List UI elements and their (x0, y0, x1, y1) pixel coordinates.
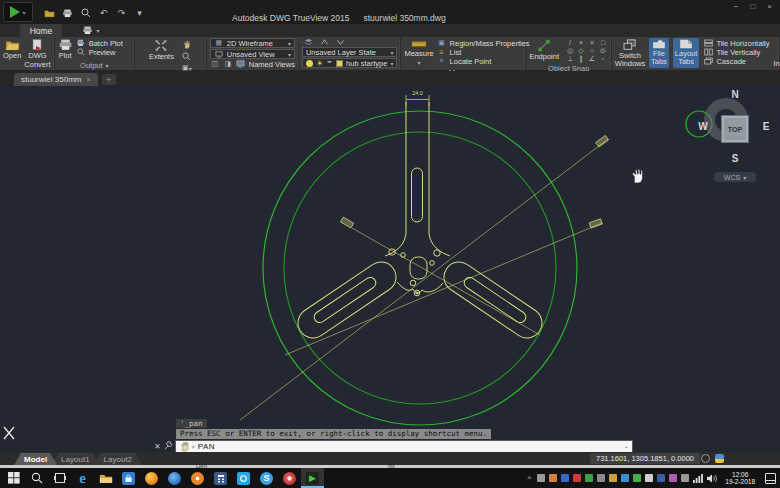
layer-state-dropdown[interactable]: Unsaved Layer State ▾ (302, 47, 397, 57)
tray-icon[interactable] (597, 474, 605, 482)
command-close-icon[interactable]: ✕ (154, 442, 161, 451)
cascade-button[interactable]: Cascade (703, 57, 769, 65)
tray-icon[interactable] (645, 474, 653, 482)
tab-layout2[interactable]: Layout2 (94, 453, 142, 465)
snap-mode-icon[interactable]: × (576, 39, 586, 47)
measure-button[interactable]: Measure ▾ (404, 38, 433, 67)
command-customize-icon[interactable] (164, 441, 173, 452)
qat-undo-icon[interactable]: ↶ (98, 8, 109, 19)
endpoint-button[interactable]: Endpoint (529, 38, 559, 61)
snap-mode-icon[interactable]: ⊙ (598, 47, 608, 55)
named-views-button[interactable]: ◫ ◨ Named Views (210, 60, 295, 68)
extents-button[interactable]: Extents (149, 38, 174, 61)
snap-mode-icon[interactable]: ◎ (565, 47, 575, 55)
current-layer-dropdown[interactable]: ☀ hub startype ▾ (302, 58, 397, 68)
wcs-dropdown[interactable]: WCS ▾ (714, 172, 756, 182)
task-view-button[interactable] (48, 468, 71, 488)
qat-plot-icon[interactable] (62, 8, 73, 19)
zoom-icon[interactable] (182, 51, 192, 61)
view-state-dropdown[interactable]: Unsaved View ▾ (210, 49, 295, 59)
taskbar-clock[interactable]: 12:06 19-2-2018 (721, 471, 759, 485)
list-button[interactable]: ≡ List (437, 48, 530, 56)
layer-state-save-icon[interactable] (304, 37, 314, 47)
file-tab-close-icon[interactable]: × (86, 76, 90, 83)
maximize-button[interactable]: □ (750, 2, 755, 11)
action-center-icon[interactable] (765, 473, 776, 484)
tray-icon[interactable] (585, 474, 593, 482)
snap-mode-icon[interactable]: ∥ (576, 55, 586, 63)
tray-icon[interactable] (669, 474, 677, 482)
taskbar-firefox-button[interactable] (140, 468, 163, 488)
viewcube-top-face[interactable]: TOP (721, 115, 749, 143)
command-collapse[interactable]: - (625, 442, 628, 451)
snap-mode-icon[interactable]: × (587, 39, 597, 47)
tab-model[interactable]: Model (14, 453, 57, 465)
output-dialog-launcher-icon[interactable]: ▾ (106, 62, 109, 69)
snap-mode-icon[interactable]: ◇ (576, 47, 586, 55)
tray-icon[interactable] (609, 474, 617, 482)
layer-down-icon[interactable] (336, 37, 346, 47)
tile-vertically-button[interactable]: Tile Vertically (703, 48, 769, 56)
snap-mode-icon[interactable]: ⊥ (565, 55, 575, 63)
start-button[interactable] (2, 468, 25, 488)
compass-south[interactable]: S (729, 153, 741, 164)
snap-mode-icon[interactable]: ○ (587, 47, 597, 55)
tray-icon[interactable] (633, 474, 641, 482)
tray-icon[interactable] (561, 474, 569, 482)
taskbar-edge-button[interactable]: e (71, 468, 94, 488)
application-menu-button[interactable]: ▾ (3, 2, 33, 22)
qat-redo-icon[interactable]: ↷ (116, 8, 127, 19)
compass-west[interactable]: W (697, 121, 709, 132)
visual-style-dropdown[interactable]: ▦ 2D Wireframe ▾ (210, 38, 295, 48)
taskbar-photos-button[interactable] (232, 468, 255, 488)
snap-mode-icon[interactable]: □ (598, 39, 608, 47)
tray-expander[interactable]: ^ (528, 474, 532, 483)
tab-home[interactable]: Home (20, 24, 62, 37)
layout-tabs-toggle[interactable]: Layout Tabs (673, 38, 700, 68)
tray-icon[interactable] (657, 474, 665, 482)
snap-mode-icon[interactable]: / (565, 39, 575, 47)
region-mass-properties-button[interactable]: ▣ Region/Mass Properties (437, 39, 530, 47)
taskbar-explorer-button[interactable] (94, 468, 117, 488)
file-tab-stuurwiel[interactable]: stuurwiel 350mm × (14, 73, 98, 86)
qat-customize-icon[interactable]: ▾ (134, 8, 145, 19)
command-input[interactable]: ▾ PAN - (175, 440, 633, 452)
plot-button[interactable]: Plot (58, 38, 73, 60)
tab-layout1[interactable]: Layout1 (51, 453, 99, 465)
tray-icon[interactable] (537, 474, 545, 482)
tray-icon[interactable] (681, 474, 689, 482)
qat-open-icon[interactable] (44, 8, 55, 19)
tray-icon[interactable] (621, 474, 629, 482)
preview-button[interactable]: Preview (76, 48, 123, 56)
file-tabs-toggle[interactable]: File Tabs (649, 38, 669, 68)
dwg-convert-button[interactable]: DWG Convert (24, 38, 50, 69)
compass-north[interactable]: N (729, 89, 741, 100)
minimize-button[interactable]: − (734, 2, 739, 11)
network-icon[interactable] (693, 469, 703, 487)
pan-icon[interactable] (182, 39, 192, 49)
taskbar-skype-button[interactable]: S (255, 468, 278, 488)
taskbar-search-button[interactable] (25, 468, 48, 488)
annotation-monitor-icon[interactable] (701, 454, 710, 463)
snap-mode-icon[interactable]: ▫ (598, 55, 608, 63)
new-tab-button[interactable]: + (102, 74, 116, 85)
locate-point-button[interactable]: ⌖ Locate Point (437, 57, 530, 65)
taskbar-trueview-button[interactable]: ▶ (301, 468, 324, 488)
qat-preview-icon[interactable] (80, 8, 91, 19)
tray-icon[interactable] (549, 474, 557, 482)
open-button[interactable]: Open (3, 38, 21, 60)
close-button[interactable]: × (767, 2, 772, 11)
tile-horizontally-button[interactable]: Tile Horizontally (703, 39, 769, 47)
taskbar-thunderbird-button[interactable] (163, 468, 186, 488)
tray-icon[interactable] (573, 474, 581, 482)
switch-windows-button[interactable]: Switch Windows (615, 38, 645, 68)
snap-mode-icon[interactable]: ∠ (587, 55, 597, 63)
taskbar-store-button[interactable] (117, 468, 140, 488)
tab-output-tools[interactable]: ▾ (74, 24, 108, 37)
chevron-down-icon[interactable]: ▾ (192, 443, 195, 450)
taskbar-calculator-button[interactable] (209, 468, 232, 488)
viewcube[interactable]: N E S W TOP WCS ▾ (700, 94, 776, 190)
compass-east[interactable]: E (760, 121, 772, 132)
volume-icon[interactable] (707, 469, 717, 487)
isolate-objects-icon[interactable] (715, 454, 724, 463)
